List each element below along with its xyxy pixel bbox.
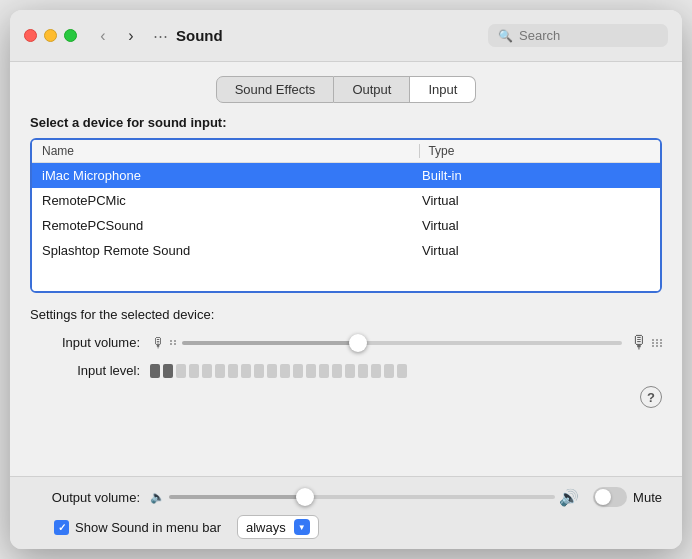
menubar-label: Show Sound in menu bar [75,520,221,535]
level-bar-3 [189,364,199,378]
level-bar-6 [228,364,238,378]
level-bar-5 [215,364,225,378]
level-bar-13 [319,364,329,378]
level-bar-15 [345,364,355,378]
device-type-1: Virtual [422,193,650,208]
menubar-checkbox-wrap[interactable]: ✓ Show Sound in menu bar [54,520,221,535]
level-bar-18 [384,364,394,378]
col-name-header: Name [42,144,411,158]
input-level-label: Input level: [30,363,140,378]
level-bar-16 [358,364,368,378]
device-row-3[interactable]: Splashtop Remote Sound Virtual [32,238,660,263]
device-name-1: RemotePCMic [42,193,422,208]
volume-high-icon: 🔊 [559,488,579,507]
table-spacer [32,263,660,291]
table-header: Name Type [32,140,660,163]
dropdown-value: always [246,520,286,535]
level-bar-10 [280,364,290,378]
device-row-2[interactable]: RemotePCSound Virtual [32,213,660,238]
main-window: ‹ › ⋯ Sound 🔍 Sound Effects Output Input… [10,10,682,549]
level-bar-12 [306,364,316,378]
input-level-row: Input level: [30,363,662,378]
minimize-button[interactable] [44,29,57,42]
level-bar-19 [397,364,407,378]
col-type-header: Type [428,144,650,158]
input-volume-thumb[interactable] [349,334,367,352]
mic-small-icon: 🎙 [152,335,166,351]
traffic-lights [24,29,77,42]
titlebar: ‹ › ⋯ Sound 🔍 [10,10,682,62]
forward-button[interactable]: › [119,24,143,48]
grid-icon[interactable]: ⋯ [153,27,168,45]
menubar-checkbox[interactable]: ✓ [54,520,69,535]
close-button[interactable] [24,29,37,42]
output-volume-slider[interactable] [169,495,555,499]
device-type-2: Virtual [422,218,650,233]
checkmark-icon: ✓ [58,522,66,533]
device-name-3: Splashtop Remote Sound [42,243,422,258]
mute-toggle[interactable] [593,487,627,507]
search-box[interactable]: 🔍 [488,24,668,47]
device-row-0[interactable]: iMac Microphone Built-in [32,163,660,188]
input-volume-label: Input volume: [30,335,140,350]
mute-knob [595,489,611,505]
devices-section-title: Select a device for sound input: [30,115,662,130]
tabs-row: Sound Effects Output Input [30,62,662,115]
level-bar-11 [293,364,303,378]
device-name-0: iMac Microphone [42,168,422,183]
help-row: ? [30,386,662,408]
settings-section: Settings for the selected device: Input … [30,307,662,378]
menubar-dropdown[interactable]: always ▼ [237,515,319,539]
fullscreen-button[interactable] [64,29,77,42]
output-volume-thumb[interactable] [296,488,314,506]
level-bar-17 [371,364,381,378]
content-area: Sound Effects Output Input Select a devi… [10,62,682,476]
device-type-0: Built-in [422,168,650,183]
bottom-bar: Output volume: 🔈 🔊 Mute ✓ Show Sound in … [10,476,682,549]
menubar-row: ✓ Show Sound in menu bar always ▼ [30,515,662,539]
col-separator [419,144,420,158]
device-table: Name Type iMac Microphone Built-in Remot… [30,138,662,293]
level-bars [150,364,407,378]
level-bar-0 [150,364,160,378]
input-volume-row: Input volume: 🎙 🎙 [30,332,662,353]
level-bar-1 [163,364,173,378]
mute-label: Mute [633,490,662,505]
level-bar-14 [332,364,342,378]
tab-input[interactable]: Input [410,76,476,103]
mic-dots-left [170,340,176,345]
window-title: Sound [176,27,488,44]
mic-large-icon: 🎙 [630,332,648,353]
level-bar-2 [176,364,186,378]
nav-arrows: ‹ › [91,24,143,48]
device-row-1[interactable]: RemotePCMic Virtual [32,188,660,213]
input-volume-slider[interactable] [182,341,622,345]
mute-area: Mute [593,487,662,507]
chevron-down-icon: ▼ [298,523,306,532]
device-name-2: RemotePCSound [42,218,422,233]
level-bar-4 [202,364,212,378]
tab-sound-effects[interactable]: Sound Effects [216,76,335,103]
volume-low-icon: 🔈 [150,490,165,504]
output-volume-row: Output volume: 🔈 🔊 Mute [30,487,662,507]
search-input[interactable] [519,28,658,43]
dropdown-arrow-icon: ▼ [294,519,310,535]
level-bar-9 [267,364,277,378]
output-volume-label: Output volume: [30,490,140,505]
mic-dots-right [652,339,662,347]
back-button[interactable]: ‹ [91,24,115,48]
settings-section-title: Settings for the selected device: [30,307,662,322]
search-icon: 🔍 [498,29,513,43]
tab-output[interactable]: Output [334,76,410,103]
help-button[interactable]: ? [640,386,662,408]
level-bar-7 [241,364,251,378]
device-type-3: Virtual [422,243,650,258]
level-bar-8 [254,364,264,378]
